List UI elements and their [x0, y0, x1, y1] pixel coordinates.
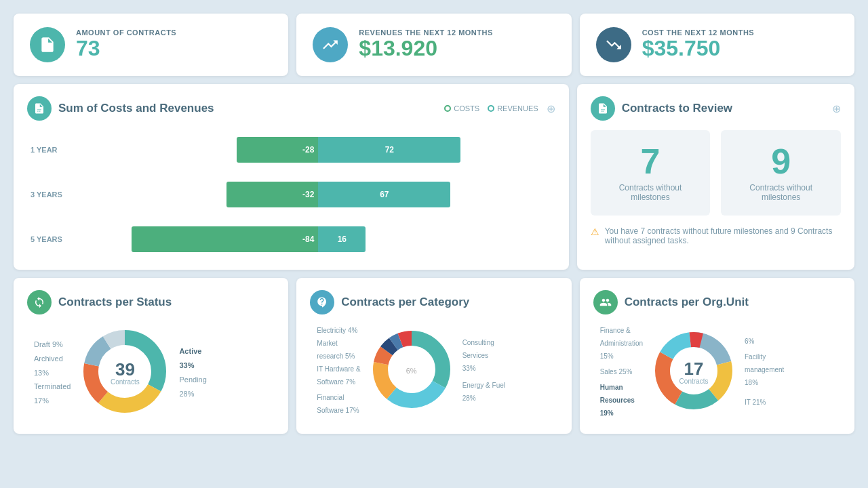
contracts-org-donut: Finance &Administration15% Sales 25% Hum…	[593, 324, 841, 420]
contracts-category-title: Contracts per Category	[341, 296, 557, 309]
bar-chart: 1 YEAR -28 72 3 YEARS -	[27, 130, 555, 252]
kpi-revenues-text: REVENUES THE NEXT 12 MONTHS $13.920	[359, 28, 492, 60]
kpi-contracts: AMOUNT OF CONTRACTS 73	[14, 14, 288, 76]
kpi-contracts-value: 73	[76, 37, 176, 60]
revenues-dot	[488, 105, 494, 112]
contracts-status-icon	[27, 290, 52, 314]
legend-financial-software: FinancialSoftware 17%	[317, 391, 360, 417]
contracts-org-header: Contracts per Org.Unit	[593, 290, 841, 314]
category-legend-left: Electricity 4% Marketresearch 5% IT Hard…	[317, 324, 360, 417]
legend-terminated: Terminated17%	[34, 380, 71, 408]
contracts-status-title: Contracts per Status	[58, 296, 275, 309]
contracts-org-card: Contracts per Org.Unit Finance &Administ…	[580, 278, 854, 434]
crosshair-icon[interactable]: ⊕	[547, 102, 555, 115]
bar-label-1year: 1 YEAR	[31, 146, 58, 154]
bar-label-3years: 3 YEARS	[31, 190, 62, 199]
legend-facility: Facilitymanagement18%	[745, 350, 784, 389]
costs-revenues-header: Sum of Costs and Revenues COSTS REVENUES…	[27, 96, 555, 121]
legend-finance: Finance &Administration15%	[600, 324, 643, 363]
legend-active: Active33%	[179, 344, 206, 373]
contracts-org-icon	[593, 290, 618, 314]
bar-neg-1year: -28	[237, 137, 318, 163]
contracts-status-card: Contracts per Status Draft 9% Archived13…	[14, 278, 288, 434]
status-donut-svg: 39 Contracts	[77, 324, 172, 422]
org-donut-center: 17 Contracts	[679, 359, 709, 384]
bar-pos-5years: 16	[318, 226, 366, 252]
org-legend-left: Finance &Administration15% Sales 25% Hum…	[600, 324, 643, 420]
bar-container-5years: -84 16	[81, 226, 555, 252]
contracts-review-card: Contracts to Review ⊕ 7 Contracts withou…	[577, 84, 854, 270]
bar-container-1year: -28 72	[81, 137, 555, 163]
kpi-revenues: REVENUES THE NEXT 12 MONTHS $13.920	[296, 14, 571, 76]
review-warning: ⚠ You have 7 contracts without future mi…	[591, 226, 841, 245]
kpi-costs-text: COST THE NEXT 12 MONTHS $35.750	[642, 28, 755, 60]
review-stat-2-label: Contracts withoutmilestones	[728, 183, 834, 202]
legend-sales: Sales 25%	[600, 365, 643, 378]
review-stat-1-label: Contracts withoutmilestones	[597, 183, 704, 202]
legend-electricity: Electricity 4%	[317, 324, 360, 337]
contracts-review-icon	[591, 96, 615, 121]
kpi-revenues-value: $13.920	[359, 37, 492, 60]
category-donut-svg: 6%	[368, 325, 456, 416]
contracts-status-header: Contracts per Status	[27, 290, 275, 314]
legend-consulting: ConsultingServices33%	[462, 336, 505, 375]
legend-it: IT 21%	[745, 396, 784, 409]
status-legend-right: Active33% Pending28%	[179, 344, 206, 401]
legend-energy: Energy & Fuel28%	[462, 379, 505, 405]
legend-hr: HumanResources19%	[600, 381, 643, 420]
kpi-costs-value: $35.750	[642, 37, 755, 60]
status-legend-left: Draft 9% Archived13% Terminated17%	[34, 338, 71, 408]
costs-dot	[444, 105, 451, 112]
org-legend-right: 6% Facilitymanagement18% IT 21%	[745, 335, 784, 409]
contracts-category-icon	[310, 290, 334, 314]
contracts-review-header: Contracts to Review ⊕	[591, 96, 841, 121]
org-donut-svg: 17 Contracts	[650, 327, 738, 418]
contracts-icon	[30, 27, 65, 62]
legend-market-research: Marketresearch 5%	[317, 337, 360, 363]
contracts-status-donut: Draft 9% Archived13% Terminated17%	[27, 324, 275, 422]
bar-container-3years: -32 67	[81, 182, 555, 207]
revenues-legend: REVENUES	[488, 104, 538, 113]
legend-archived: Archived13%	[34, 352, 71, 380]
bar-row-1year: 1 YEAR -28 72	[81, 137, 555, 163]
bar-neg-5years: -84	[132, 226, 318, 252]
bar-row-3years: 3 YEARS -32 67	[81, 182, 555, 207]
review-stats: 7 Contracts withoutmilestones 9 Contract…	[591, 130, 841, 216]
category-legend-right: ConsultingServices33% Energy & Fuel28%	[462, 336, 505, 405]
costs-revenues-icon	[27, 96, 52, 121]
costs-revenues-title: Sum of Costs and Revenues	[58, 102, 437, 115]
review-stat-2: 9 Contracts withoutmilestones	[721, 130, 841, 216]
status-donut-center: 39 Contracts	[111, 361, 140, 386]
bar-pos-1year: 72	[318, 137, 460, 163]
bar-row-5years: 5 YEARS -84 16	[81, 226, 555, 252]
legend-draft: Draft 9%	[34, 338, 71, 352]
contracts-category-card: Contracts per Category Electricity 4% Ma…	[296, 278, 571, 434]
contracts-org-title: Contracts per Org.Unit	[625, 296, 841, 309]
review-stat-1-number: 7	[597, 144, 704, 179]
bar-pos-3years: 67	[318, 182, 450, 207]
contracts-category-donut: Electricity 4% Marketresearch 5% IT Hard…	[310, 324, 557, 417]
revenues-icon	[313, 27, 348, 62]
warning-icon: ⚠	[591, 226, 599, 237]
legend-it-hardware: IT Hardware &Software 7%	[317, 363, 360, 388]
review-stat-1: 7 Contracts withoutmilestones	[591, 130, 711, 216]
category-donut-center: 6%	[406, 367, 417, 375]
crosshair2-icon[interactable]: ⊕	[832, 102, 841, 115]
legend-6pct: 6%	[745, 335, 784, 348]
review-stat-2-number: 9	[728, 144, 834, 179]
kpi-costs: COST THE NEXT 12 MONTHS $35.750	[580, 14, 854, 76]
bar-neg-3years: -32	[226, 182, 318, 207]
costs-icon	[596, 27, 631, 62]
costs-revenues-legend: COSTS REVENUES ⊕	[444, 102, 555, 115]
contracts-review-title: Contracts to Review	[622, 102, 825, 115]
costs-revenues-card: Sum of Costs and Revenues COSTS REVENUES…	[14, 84, 569, 270]
kpi-contracts-text: AMOUNT OF CONTRACTS 73	[76, 28, 176, 60]
bar-label-5years: 5 YEARS	[31, 235, 62, 243]
legend-pending: Pending28%	[179, 373, 206, 401]
contracts-category-header: Contracts per Category	[310, 290, 557, 314]
costs-legend: COSTS	[444, 104, 479, 113]
